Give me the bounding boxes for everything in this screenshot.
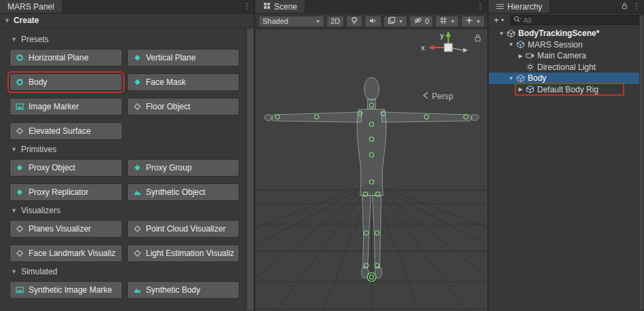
- scene-viewport[interactable]: y x Persp: [256, 29, 488, 311]
- tab-mars-panel[interactable]: MARS Panel: [0, 0, 63, 13]
- section-title: Visualizers: [21, 206, 61, 215]
- hierarchy-item-directional-light[interactable]: Directional Light: [489, 62, 644, 73]
- scene-audio-toggle[interactable]: [365, 16, 382, 27]
- scene-toolbar: Shaded ▼ 2D ▼ 0 ▼: [256, 14, 488, 29]
- foldout-down-icon[interactable]: ▼: [497, 31, 506, 37]
- hierarchy-item-default-body-rig[interactable]: ▶Default Body Rig: [489, 84, 644, 96]
- hidden-objects-toggle[interactable]: 0: [409, 16, 433, 27]
- hierarchy-item-mars-session[interactable]: ▼MARS Session: [489, 39, 644, 51]
- scene-toolbar-right: ▼: [461, 16, 485, 27]
- grid-visibility-dropdown[interactable]: ▼: [435, 16, 459, 27]
- gizmos-dropdown[interactable]: ▼: [461, 16, 485, 27]
- scene-lighting-toggle[interactable]: [346, 16, 362, 27]
- scene-icon: [506, 29, 516, 38]
- lock-icon[interactable]: [473, 33, 482, 44]
- foldout-down-icon[interactable]: ▼: [507, 75, 515, 81]
- shading-mode-dropdown[interactable]: Shaded ▼: [258, 16, 324, 27]
- list-icon: [496, 2, 504, 12]
- elevated-surface-icon: [16, 127, 24, 135]
- scene-effects-dropdown[interactable]: ▼: [384, 16, 407, 27]
- scene-3d-view: y x: [256, 29, 488, 311]
- lightbulb-icon: [350, 16, 358, 26]
- vertical-plane-icon: [133, 54, 141, 62]
- create-button-proxy-group[interactable]: Proxy Group: [127, 159, 240, 177]
- panel-menu-icon[interactable]: ⋮: [243, 2, 251, 11]
- chevron-down-icon: ▼: [450, 19, 455, 24]
- point-cloud-visualizer-icon: [133, 225, 141, 233]
- scene-tabbar: Scene ⋮: [256, 0, 488, 14]
- lock-icon[interactable]: [621, 2, 628, 12]
- button-label: Horizontal Plane: [29, 53, 88, 62]
- foldout-right-icon[interactable]: ▶: [516, 86, 525, 92]
- hierarchy-item-content: ▶Main Camera: [516, 51, 586, 61]
- button-label: Vertical Plane: [146, 53, 196, 62]
- section-foldout-primitives[interactable]: ▼Primitives: [11, 145, 239, 154]
- orientation-gizmo[interactable]: y x: [421, 31, 468, 53]
- button-label: Synthetic Image Marke: [29, 285, 112, 295]
- button-label: Proxy Group: [146, 163, 192, 172]
- create-button-synthetic-image-marke[interactable]: Synthetic Image Marke: [10, 281, 122, 299]
- section-button-grid: Planes VisualizerPoint Cloud VisualizerF…: [10, 220, 239, 262]
- button-label: Body: [29, 77, 47, 87]
- section-foldout-visualizers[interactable]: ▼Visualizers: [11, 206, 239, 215]
- scene-grid: [256, 183, 488, 311]
- panel-menu-icon[interactable]: ⋮: [632, 2, 641, 11]
- chevron-down-icon: ▼: [476, 19, 481, 24]
- add-object-label: +: [494, 15, 499, 25]
- create-button-point-cloud-visualizer[interactable]: Point Cloud Visualizer: [127, 220, 240, 238]
- create-button-elevated-surface[interactable]: Elevated Surface: [10, 122, 122, 140]
- 2d-mode-toggle[interactable]: 2D: [326, 16, 344, 27]
- mars-panel-tabbar: MARS Panel ⋮: [0, 0, 254, 14]
- section-title: Primitives: [21, 145, 56, 154]
- hierarchy-item-content: Directional Light: [516, 62, 596, 72]
- create-button-image-marker[interactable]: Image Marker: [10, 98, 122, 115]
- hierarchy-item-main-camera[interactable]: ▶Main Camera: [489, 50, 644, 62]
- create-button-synthetic-object[interactable]: Synthetic Object: [127, 183, 240, 201]
- add-object-button[interactable]: + ▼: [492, 15, 507, 25]
- foldout-down-icon[interactable]: ▼: [507, 41, 515, 48]
- button-label: Image Marker: [29, 102, 79, 111]
- proxy-object-icon: [16, 164, 24, 172]
- search-input[interactable]: [524, 16, 637, 24]
- create-button-vertical-plane[interactable]: Vertical Plane: [127, 49, 240, 67]
- create-button-floor-object[interactable]: Floor Object: [127, 98, 240, 115]
- create-button-body[interactable]: Body: [10, 73, 122, 91]
- button-label: Floor Object: [146, 102, 190, 111]
- section-visualizers: ▼VisualizersPlanes VisualizerPoint Cloud…: [10, 206, 239, 262]
- hierarchy-item-label: BodyTrackingScene*: [516, 29, 599, 38]
- create-button-proxy-replicator[interactable]: Proxy Replicator: [10, 183, 122, 201]
- create-button-synthetic-body[interactable]: Synthetic Body: [127, 281, 240, 299]
- panel-menu-icon[interactable]: ⋮: [476, 2, 484, 11]
- face-mask-icon: [133, 78, 141, 86]
- prefab-icon: [525, 85, 535, 94]
- projection-toggle[interactable]: Persp: [423, 92, 453, 101]
- create-button-planes-visualizer[interactable]: Planes Visualizer: [10, 220, 122, 238]
- button-label: Light Estimation Visualiz: [146, 249, 235, 258]
- section-foldout-simulated[interactable]: ▼Simulated: [11, 267, 239, 276]
- scene-tabbar-spacer: ⋮: [305, 0, 488, 13]
- create-button-proxy-object[interactable]: Proxy Object: [10, 159, 122, 177]
- hierarchy-search[interactable]: [510, 15, 641, 25]
- mars-panel: MARS Panel ⋮ ▼ Create ▼PresetsHorizontal…: [0, 0, 255, 311]
- button-label: Face Mask: [146, 77, 186, 87]
- scrollbar-thumb[interactable]: [640, 15, 643, 310]
- foldout-right-icon[interactable]: ▶: [516, 53, 525, 59]
- hierarchy-item-bodytrackingscene[interactable]: ▼BodyTrackingScene*: [489, 28, 644, 39]
- section-button-grid: Synthetic Image MarkeSynthetic Body: [10, 281, 239, 299]
- mars-panel-scrollbar[interactable]: [245, 28, 254, 311]
- effects-icon: [388, 16, 396, 26]
- hierarchy-item-body[interactable]: ▼Body: [489, 73, 644, 84]
- hierarchy-tabbar: Hierarchy ⋮: [489, 0, 644, 14]
- scrollbar-thumb[interactable]: [248, 29, 253, 310]
- create-button-light-estimation-visualiz[interactable]: Light Estimation Visualiz: [127, 244, 240, 262]
- tab-hierarchy[interactable]: Hierarchy: [489, 0, 550, 13]
- section-presets: ▼PresetsHorizontal PlaneVertical PlaneBo…: [10, 35, 239, 140]
- hierarchy-scrollbar[interactable]: [639, 14, 644, 311]
- create-foldout-header[interactable]: ▼ Create: [0, 14, 254, 28]
- section-foldout-presets[interactable]: ▼Presets: [11, 35, 239, 44]
- tab-hierarchy-label: Hierarchy: [507, 2, 542, 12]
- tab-scene[interactable]: Scene: [256, 0, 305, 13]
- create-button-horizontal-plane[interactable]: Horizontal Plane: [10, 49, 122, 67]
- create-button-face-landmark-visualiz[interactable]: Face Landmark Visualiz: [10, 244, 122, 262]
- create-button-face-mask[interactable]: Face Mask: [127, 73, 240, 91]
